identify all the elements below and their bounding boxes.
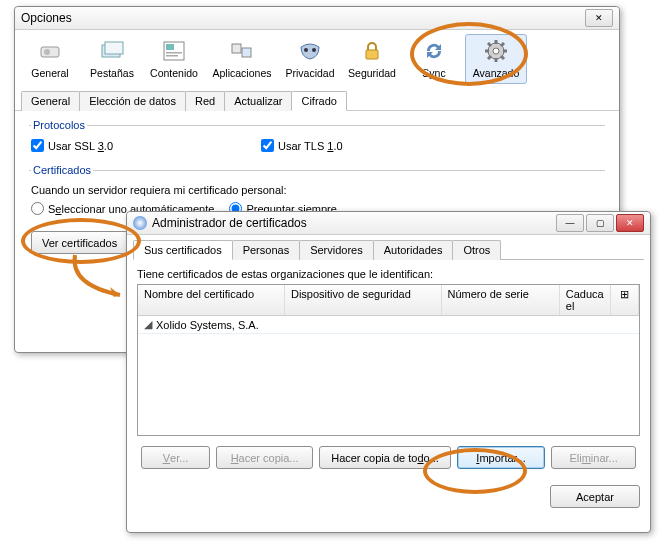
svg-rect-9 — [242, 48, 251, 57]
svg-line-20 — [501, 56, 504, 59]
applications-icon — [226, 37, 258, 65]
view-certificates-button[interactable]: Ver certificados — [31, 231, 128, 254]
svg-rect-8 — [232, 44, 241, 53]
svg-line-21 — [501, 43, 504, 46]
svg-point-1 — [44, 49, 50, 55]
toolbar-content[interactable]: Contenido — [143, 34, 205, 84]
maximize-icon[interactable]: ▢ — [586, 214, 614, 232]
column-picker-icon[interactable]: ⊞ — [611, 285, 639, 315]
options-title: Opciones — [21, 11, 583, 25]
subtab-update[interactable]: Actualizar — [224, 91, 292, 111]
svg-point-14 — [493, 48, 499, 54]
svg-rect-12 — [366, 50, 378, 59]
mask-icon — [294, 37, 326, 65]
subtab-general[interactable]: General — [21, 91, 80, 111]
view-button: Ver... — [141, 446, 210, 469]
switch-icon — [34, 37, 66, 65]
sync-icon — [418, 37, 450, 65]
tabs-icon — [96, 37, 128, 65]
protocols-legend: Protocolos — [31, 119, 87, 131]
cert-tab-yours[interactable]: Sus certificados — [133, 240, 233, 260]
col-serial[interactable]: Número de serie — [442, 285, 560, 315]
import-button[interactable]: Importar... — [457, 446, 545, 469]
toolbar-general[interactable]: General — [19, 34, 81, 84]
certificates-legend: Certificados — [31, 164, 93, 176]
lock-icon — [356, 37, 388, 65]
certificates-desc: Cuando un servidor requiera mi certifica… — [31, 184, 603, 196]
col-device[interactable]: Dispositivo de seguridad — [285, 285, 442, 315]
cert-tab-authorities[interactable]: Autoridades — [373, 240, 454, 260]
toolbar-tabs[interactable]: Pestañas — [81, 34, 143, 84]
svg-line-19 — [488, 43, 491, 46]
svg-rect-5 — [166, 44, 174, 50]
toolbar-sync[interactable]: Sync — [403, 34, 465, 84]
list-item[interactable]: ◢ Xolido Systems, S.A. — [138, 316, 639, 334]
backup-all-button[interactable]: Hacer copia de todo... — [319, 446, 451, 469]
toolbar-privacy[interactable]: Privacidad — [279, 34, 341, 84]
gear-icon — [480, 37, 512, 65]
options-toolbar: General Pestañas Contenido Aplicaciones … — [15, 30, 619, 84]
certificate-list[interactable]: Nombre del certificado Dispositivo de se… — [137, 284, 640, 436]
cert-org-name: Xolido Systems, S.A. — [156, 319, 259, 331]
subtab-encryption[interactable]: Cifrado — [291, 91, 346, 111]
minimize-icon[interactable]: — — [556, 214, 584, 232]
backup-button: Hacer copia... — [216, 446, 313, 469]
svg-rect-6 — [166, 52, 182, 54]
cert-tab-others[interactable]: Otros — [452, 240, 501, 260]
subtab-data-choices[interactable]: Elección de datos — [79, 91, 186, 111]
svg-line-22 — [488, 56, 491, 59]
svg-rect-7 — [166, 55, 178, 57]
content-icon — [158, 37, 190, 65]
certmgr-app-icon — [133, 216, 147, 230]
col-name[interactable]: Nombre del certificado — [138, 285, 285, 315]
delete-button: Eliminar... — [551, 446, 636, 469]
col-expires[interactable]: Caduca el — [560, 285, 611, 315]
svg-point-10 — [304, 48, 308, 52]
certmgr-title: Administrador de certificados — [152, 216, 554, 230]
toolbar-advanced[interactable]: Avanzado — [465, 34, 527, 84]
toolbar-applications[interactable]: Aplicaciones — [205, 34, 279, 84]
subtab-network[interactable]: Red — [185, 91, 225, 111]
checkbox-tls[interactable]: Usar TLS 1.0 — [261, 139, 343, 152]
checkbox-ssl[interactable]: Usar SSL 3.0 — [31, 139, 261, 152]
toolbar-security[interactable]: Seguridad — [341, 34, 403, 84]
cert-tab-people[interactable]: Personas — [232, 240, 300, 260]
svg-point-11 — [312, 48, 316, 52]
svg-rect-3 — [105, 42, 123, 54]
tree-toggle-icon[interactable]: ◢ — [144, 318, 152, 331]
cert-tab-servers[interactable]: Servidores — [299, 240, 374, 260]
close-icon[interactable]: ✕ — [616, 214, 644, 232]
close-icon[interactable]: ✕ — [585, 9, 613, 27]
ok-button[interactable]: Aceptar — [550, 485, 640, 508]
cert-desc: Tiene certificados de estas organizacion… — [137, 268, 640, 280]
